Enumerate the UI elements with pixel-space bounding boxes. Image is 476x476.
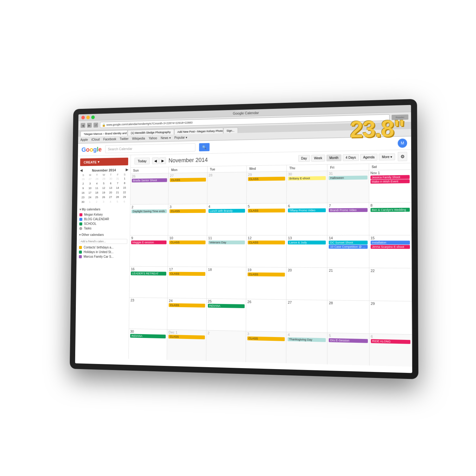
event-indiana-2[interactable]: INDIANA xyxy=(130,334,166,338)
view-more[interactable]: More ▾ xyxy=(379,153,395,160)
tab-add-post[interactable]: Add New Post ‹ Megan Kelsey Photography … xyxy=(174,128,223,135)
event-class-8[interactable]: CLASS xyxy=(248,272,285,276)
create-button[interactable]: CREATE ▾ xyxy=(80,158,128,166)
cal-cell[interactable]: 25 INDIANA xyxy=(206,299,246,331)
cal-cell[interactable]: 24 CLASS xyxy=(167,298,207,330)
cal-cell[interactable]: 10 CLASS xyxy=(168,235,207,267)
mini-day[interactable]: 6 xyxy=(107,181,114,186)
mini-day[interactable]: 7 xyxy=(114,181,121,185)
mini-day[interactable]: 18 xyxy=(93,190,100,195)
bookmark-popular[interactable]: Popular ▾ xyxy=(174,136,187,140)
mini-day[interactable]: 28 xyxy=(94,177,100,181)
forward-button[interactable]: ▶ xyxy=(87,123,92,128)
mini-day[interactable]: 14 xyxy=(114,186,121,190)
search-box[interactable]: Search Calendar xyxy=(105,143,195,153)
mini-day[interactable]: 15 xyxy=(121,186,128,190)
event-wedding[interactable]: Ben & Carolyn's Wedding xyxy=(370,208,410,212)
cal-cell[interactable]: 31 Halloween xyxy=(327,170,369,203)
cal-cell[interactable]: 21 xyxy=(327,268,369,301)
bookmark-news[interactable]: News ▾ xyxy=(161,136,170,140)
mini-day[interactable]: 25 xyxy=(93,195,100,200)
mini-day[interactable]: 9 xyxy=(80,186,86,190)
maximize-button[interactable] xyxy=(91,115,95,119)
cal-cell[interactable]: 19 CLASS xyxy=(246,267,287,299)
event-brittany[interactable]: Brittany E-shoot xyxy=(288,176,326,181)
bookmark-twitter[interactable]: Twitter xyxy=(120,137,129,141)
mini-cal-next[interactable]: ▶ xyxy=(126,168,128,172)
cal-cell[interactable]: 7 Brandi Promo Video xyxy=(327,203,369,235)
cal-cell[interactable]: 3 CLASS xyxy=(168,204,207,235)
cal-cell[interactable]: 16 LEADER'S RETREAT xyxy=(129,267,168,298)
mini-cal-prev[interactable]: ◀ xyxy=(80,169,83,173)
event-class-4[interactable]: CLASS xyxy=(248,208,285,213)
mini-day[interactable]: 1 xyxy=(86,200,93,204)
event-class-1[interactable]: CLASS xyxy=(170,178,206,182)
cal-cell[interactable]: 6 Tiffany Promo Video xyxy=(287,203,327,235)
mini-day[interactable]: 29 xyxy=(101,177,107,181)
cal-cell[interactable]: 8 Ben & Carolyn's Wedding xyxy=(369,202,412,235)
event-maggie[interactable]: Maggie E-session xyxy=(131,241,167,244)
add-friend-input[interactable] xyxy=(79,239,127,244)
cal-cell[interactable]: 30 Brittany E-shoot xyxy=(287,171,328,203)
mini-day[interactable]: 29 xyxy=(121,195,128,199)
event-installation[interactable]: Installation xyxy=(371,241,410,245)
minimize-button[interactable] xyxy=(86,116,90,119)
cal-item-marcus[interactable]: Marcus Family Car S... xyxy=(79,254,127,259)
cal-cell[interactable]: 30 INDIANA xyxy=(129,329,168,361)
today-button[interactable]: Today xyxy=(135,157,150,164)
event-class-3[interactable]: CLASS xyxy=(169,209,205,213)
event-class-10[interactable]: CLASS xyxy=(169,335,205,340)
cal-cell[interactable]: 2 Daylight Saving Time ends xyxy=(130,204,169,235)
mini-day[interactable]: 1 xyxy=(121,176,128,181)
event-class-5[interactable]: CLASS xyxy=(169,241,206,244)
event-case[interactable]: 10 Case Competition @ GMU xyxy=(329,245,367,249)
mini-day[interactable]: 13 xyxy=(107,186,114,190)
event-class-2[interactable]: CLASS xyxy=(248,177,285,181)
mini-day[interactable]: 31 xyxy=(114,176,121,181)
cal-cell[interactable]: 20 xyxy=(287,268,327,300)
mini-day[interactable]: 5 xyxy=(100,181,107,186)
event-class-7[interactable]: CLASS xyxy=(169,272,205,276)
next-month-button[interactable]: ▶ xyxy=(159,157,166,164)
cal-cell[interactable]: 28 xyxy=(207,172,247,204)
cal-cell[interactable]: 15 Installation Jenna Scarpino E-shoot xyxy=(369,235,412,268)
cal-cell[interactable]: 5 CLASS xyxy=(247,203,287,235)
tab-active[interactable]: *Megan Marcus – Brand Identity and Websi… xyxy=(81,130,128,137)
mini-day[interactable]: 2 xyxy=(93,200,100,204)
event-makewish[interactable]: Make-A-Wish Event xyxy=(370,179,410,184)
tab-meredith[interactable]: (1) Meredith Sledge Photography xyxy=(128,129,174,136)
cal-item-blog[interactable]: BLOG CALENDAR xyxy=(79,217,128,221)
mini-day[interactable]: 11 xyxy=(94,186,100,190)
mini-day[interactable]: 22 xyxy=(121,190,128,195)
cal-cell[interactable]: Nov 1 Jessica Family Shoot Make-A-Wish E… xyxy=(369,170,412,202)
mini-day[interactable]: 8 xyxy=(121,181,128,185)
mini-day[interactable]: 19 xyxy=(100,190,107,195)
cal-item-school[interactable]: SCHOOL xyxy=(79,221,128,226)
bookmark-apple[interactable]: Apple xyxy=(80,138,88,142)
cal-cell[interactable]: 29 CLASS xyxy=(247,172,287,203)
mini-day[interactable]: 27 xyxy=(87,177,93,181)
event-veterans[interactable]: Veterans Day xyxy=(208,241,245,244)
cal-cell[interactable]: 18 xyxy=(207,267,246,299)
event-dru[interactable]: Dru E-Session xyxy=(329,338,368,343)
bookmark-icloud[interactable]: iCloud xyxy=(91,138,100,141)
view-agenda[interactable]: Agenda xyxy=(360,154,378,161)
mini-day[interactable]: 30 xyxy=(107,176,114,181)
event-brandy[interactable]: Lunch with Brandy xyxy=(208,209,245,213)
event-tiffany[interactable]: Tiffany Promo Video xyxy=(288,208,326,212)
cal-item-megan[interactable]: Megan Kelsey xyxy=(79,212,128,217)
mini-day[interactable]: 20 xyxy=(107,190,114,195)
mini-day[interactable]: 23 xyxy=(80,195,86,200)
view-week[interactable]: Week xyxy=(311,155,325,162)
close-button[interactable] xyxy=(81,116,85,119)
mini-day[interactable]: 3 xyxy=(87,182,93,186)
search-button[interactable]: 🔍 xyxy=(199,143,209,151)
cal-item-holidays[interactable]: Holidays in United St... xyxy=(79,250,127,255)
cal-cell[interactable]: 27 xyxy=(287,300,328,333)
back-button[interactable]: ◀ xyxy=(81,123,85,128)
event-lance[interactable]: Lance & Judy xyxy=(288,241,326,244)
bookmark-yahoo[interactable]: Yahoo xyxy=(149,136,157,140)
mini-day[interactable]: 26 xyxy=(100,195,107,199)
event-indiana-1[interactable]: INDIANA xyxy=(208,304,245,308)
event-dst[interactable]: Daylight Saving Time ends xyxy=(131,209,167,213)
